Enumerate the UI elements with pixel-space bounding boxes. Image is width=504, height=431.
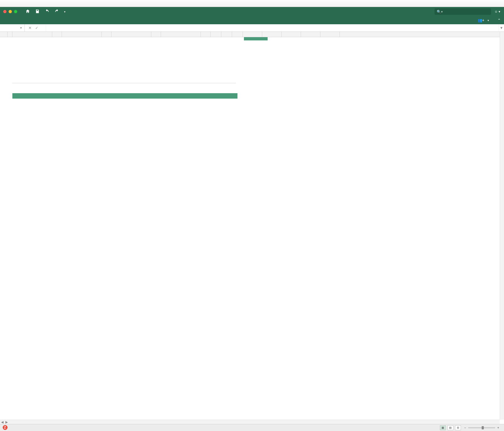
col-F[interactable] xyxy=(111,32,151,37)
section-title xyxy=(12,82,236,83)
chevron-down-icon: ▾ xyxy=(488,19,489,22)
save-icon[interactable] xyxy=(35,9,40,15)
watermark-logo-icon: Z xyxy=(3,425,8,430)
col-O[interactable] xyxy=(282,32,301,37)
close-icon[interactable] xyxy=(3,10,6,13)
traffic-lights xyxy=(3,10,17,13)
zoom-icon[interactable] xyxy=(14,10,17,13)
share-button[interactable]: 👥+ ▾ xyxy=(478,18,489,22)
feedback-icon[interactable]: ☺ ▾ xyxy=(494,10,500,13)
watermark: Z xyxy=(3,424,9,430)
status-bar: ▦ ▤ ⊞ − + xyxy=(0,424,504,431)
horizontal-scrollbar[interactable]: ◀ ▶ xyxy=(0,420,500,424)
col-K[interactable] xyxy=(221,32,232,37)
col-G[interactable] xyxy=(151,32,161,37)
confirm-icon[interactable]: ✓ xyxy=(35,26,38,30)
vertical-scrollbar[interactable] xyxy=(500,32,504,420)
col-J[interactable] xyxy=(211,32,221,37)
undo-icon[interactable] xyxy=(45,9,50,15)
cancel-icon[interactable]: ✕ xyxy=(29,26,32,30)
table-header-row xyxy=(12,93,237,99)
qat-dropdown-icon[interactable]: ▾ xyxy=(64,10,65,13)
select-all-corner[interactable] xyxy=(0,32,8,37)
col-N[interactable] xyxy=(262,32,282,37)
view-normal-icon[interactable]: ▦ xyxy=(440,425,446,430)
share-icon: 👥+ xyxy=(478,18,484,22)
view-pagebreak-icon[interactable]: ⊞ xyxy=(455,425,461,430)
col-B[interactable] xyxy=(12,32,52,37)
zoom-in-icon[interactable]: + xyxy=(497,426,499,430)
col-Q[interactable] xyxy=(320,32,340,37)
col-E[interactable] xyxy=(102,32,111,37)
col-A[interactable] xyxy=(8,32,12,37)
scroll-right-icon[interactable]: ▶ xyxy=(4,420,9,424)
col-P[interactable] xyxy=(301,32,320,37)
home-icon[interactable] xyxy=(25,9,30,15)
formula-expand-icon[interactable]: ▼ xyxy=(499,24,504,32)
col-C[interactable] xyxy=(52,32,62,37)
redo-icon[interactable] xyxy=(54,9,59,15)
formula-bar: ▼ ✕ ✓ ▼ xyxy=(0,24,504,32)
scroll-left-icon[interactable]: ◀ xyxy=(0,420,4,424)
col-H[interactable] xyxy=(161,32,201,37)
ribbon-tabs: 👥+ ▾ ⌃ xyxy=(0,16,504,24)
ribbon-collapse-icon[interactable]: ⌃ xyxy=(498,18,501,22)
zoom-slider[interactable] xyxy=(468,427,495,428)
search-input[interactable]: 🔍▾ xyxy=(435,8,491,15)
view-pagelayout-icon[interactable]: ▤ xyxy=(447,425,453,430)
chevron-down-icon[interactable]: ▼ xyxy=(20,26,22,29)
col-M[interactable] xyxy=(243,32,262,37)
column-headers xyxy=(0,32,504,37)
window-titlebar: ▾ 🔍▾ ☺ ▾ xyxy=(0,7,504,16)
spreadsheet-grid[interactable] xyxy=(0,32,504,423)
name-box[interactable]: ▼ xyxy=(0,24,25,32)
col-D[interactable] xyxy=(62,32,102,37)
zoom-out-icon[interactable]: − xyxy=(464,426,466,430)
minimize-icon[interactable] xyxy=(9,10,12,13)
mac-menubar xyxy=(0,0,504,7)
col-I[interactable] xyxy=(201,32,211,37)
search-icon: 🔍▾ xyxy=(437,10,443,14)
info-note xyxy=(244,37,268,40)
col-L[interactable] xyxy=(232,32,243,37)
